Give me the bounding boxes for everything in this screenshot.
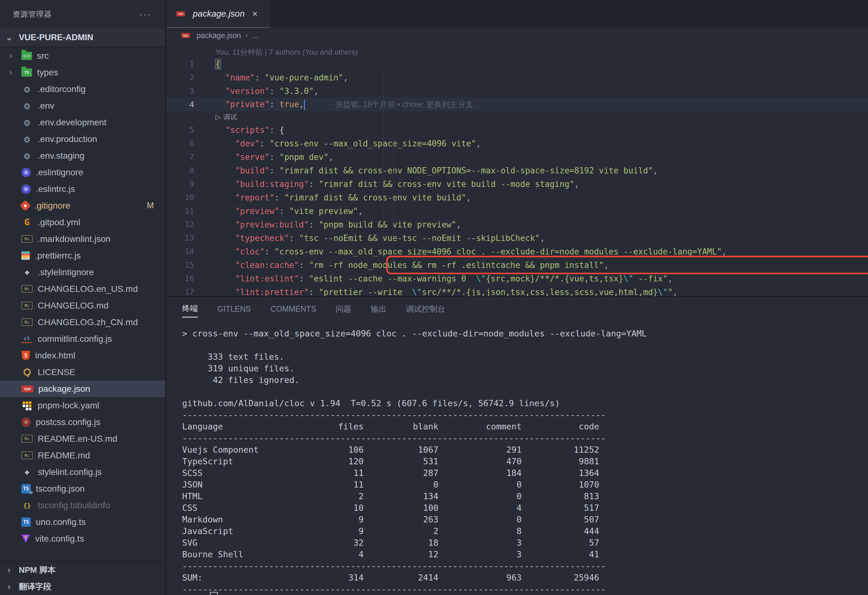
file-item-index.html[interactable]: 5index.html <box>0 347 165 364</box>
npm-icon: npm <box>21 385 33 392</box>
string-value: "rimraf dist && cross-env NODE_OPTIONS=-… <box>279 166 653 175</box>
cell: 3 <box>438 537 522 549</box>
file-item-.eslintrc.js[interactable]: .eslintrc.js <box>0 181 165 197</box>
file-item-.gitignore[interactable]: .gitignoreM <box>0 197 165 214</box>
file-item-pnpm-lock.yaml[interactable]: pnpm-lock.yaml <box>0 397 165 414</box>
json-key: "version" <box>225 86 269 96</box>
file-label: tsconfig.json <box>36 484 85 494</box>
colon: : <box>275 193 284 202</box>
line-number: 15 <box>167 260 208 269</box>
colon: : <box>265 247 275 256</box>
file-item-package.json[interactable]: npmpackage.json <box>0 380 165 397</box>
chevron-right-icon: › <box>4 565 14 574</box>
code-line-8[interactable]: 8 "build": "rimraf dist && cross-env NOD… <box>167 164 868 177</box>
code-line-5[interactable]: 5 "scripts": { <box>167 123 868 137</box>
file-item-.prettierrc.js[interactable]: .prettierrc.js <box>0 247 165 264</box>
file-item-.gitpod.yml[interactable]: G.gitpod.yml <box>0 214 165 231</box>
file-item-.markdownlint.json[interactable]: M↓.markdownlint.json <box>0 231 165 247</box>
file-item-.env[interactable]: ⚙.env <box>0 98 165 114</box>
file-item-tsconfig.json[interactable]: TStsconfig.json <box>0 480 165 497</box>
line-number: 9 <box>167 179 208 188</box>
code-line-13[interactable]: 13 "typecheck": "tsc --noEmit && vue-tsc… <box>167 231 868 245</box>
file-item-.editorconfig[interactable]: ⚙.editorconfig <box>0 81 165 98</box>
file-item-commitlint.config.js[interactable]: clcommitlint.config.js <box>0 330 165 347</box>
more-actions-icon[interactable]: ··· <box>139 9 151 19</box>
file-item-stylelint.config.js[interactable]: ❖stylelint.config.js <box>0 464 165 480</box>
line-number: 5 <box>167 125 208 135</box>
code-line-4[interactable]: 4 "private": true,张益铭, 18个月前 • chore: 更换… <box>167 98 868 111</box>
cell: 10 <box>283 502 364 514</box>
file-item-.env.production[interactable]: ⚙.env.production <box>0 131 165 147</box>
panel-tab-问题[interactable]: 问题 <box>336 299 351 317</box>
file-item-.env.development[interactable]: ⚙.env.development <box>0 114 165 131</box>
tab-package-json[interactable]: npm package.json × <box>167 0 271 28</box>
cell: 4 <box>283 549 364 560</box>
code-editor[interactable]: You, 11分钟前 | 7 authors (You and others) … <box>167 43 868 296</box>
section-翻译字段[interactable]: ›翻译字段 <box>0 578 165 595</box>
cell: 1070 <box>522 479 599 490</box>
breadcrumb[interactable]: npm package.json › ... <box>167 28 868 43</box>
cell: Markdown <box>182 514 283 525</box>
authors-codelens[interactable]: You, 11分钟前 | 7 authors (You and others) <box>167 43 868 57</box>
code-line-1[interactable]: 1{ <box>167 57 868 71</box>
file-item-CHANGELOG.zh_CN.md[interactable]: M↓CHANGELOG.zh_CN.md <box>0 314 165 330</box>
code-line-14[interactable]: 14 "cloc": "cross-env --max_old_space_si… <box>167 245 868 258</box>
line-text: "version": "3.3.0", <box>208 86 319 96</box>
panel-tab-GITLENS[interactable]: GITLENS <box>217 300 251 317</box>
string-value: "eslint --cache --max-warnings 0 <box>309 274 476 283</box>
file-label: .env.development <box>38 117 106 127</box>
string-value: "cross-env --max_old_space_size=4096 clo… <box>275 247 722 256</box>
code-line-17[interactable]: 17 "lint:prettier": "prettier --write \"… <box>167 285 868 296</box>
code-line-9[interactable]: 9 "build:staging": "rimraf dist && cross… <box>167 177 868 191</box>
cloc-table-sum: SUM:314241496325946 <box>182 572 868 583</box>
cloc-separator: ----------------------------------------… <box>182 409 868 420</box>
code-line-3[interactable]: 3 "version": "3.3.0", <box>167 84 868 98</box>
file-item-vite.config.ts[interactable]: vite.config.ts <box>0 530 165 547</box>
code-line-2[interactable]: 2 "name": "vue-pure-admin", <box>167 71 868 84</box>
escape-sequence: \" <box>658 287 668 296</box>
code-line-12[interactable]: 12 "preview:build": "pnpm build && vite … <box>167 218 868 231</box>
close-icon[interactable]: × <box>252 9 258 19</box>
file-item-CHANGELOG.md[interactable]: M↓CHANGELOG.md <box>0 297 165 314</box>
markdown-icon: M↓ <box>21 302 32 309</box>
panel-tab-终端[interactable]: 终端 <box>182 299 198 318</box>
json-key: "scripts" <box>225 125 269 135</box>
code-line-16[interactable]: 16 "lint:eslint": "eslint --cache --max-… <box>167 272 868 285</box>
file-item-README.en-US.md[interactable]: M↓README.en-US.md <box>0 431 165 447</box>
code-line-10[interactable]: 10 "report": "rimraf dist && cross-env v… <box>167 191 868 204</box>
panel-tab-调试控制台[interactable]: 调试控制台 <box>406 299 445 317</box>
cell: 106 <box>283 444 364 456</box>
code-line-11[interactable]: 11 "preview": "vite preview", <box>167 204 868 218</box>
line-text: "preview:build": "pnpm build && vite pre… <box>208 220 461 229</box>
terminal-output[interactable]: > cross-env --max_old_space_size=4096 cl… <box>167 320 868 595</box>
file-item-README.md[interactable]: M↓README.md <box>0 447 165 464</box>
debug-codelens[interactable]: ▷调试 <box>167 111 868 123</box>
line-number: 4 <box>167 100 208 109</box>
code-line-7[interactable]: 7 "serve": "pnpm dev", <box>167 150 868 164</box>
project-root-row[interactable]: ⌄ VUE-PURE-ADMIN <box>0 28 165 46</box>
file-item-LICENSE[interactable]: LICENSE <box>0 364 165 380</box>
bottom-panel: 终端GITLENSCOMMENTS问题输出调试控制台 > cross-env -… <box>167 296 868 595</box>
file-item-.env.staging[interactable]: ⚙.env.staging <box>0 147 165 164</box>
file-item-postcss.config.js[interactable]: ⚙postcss.config.js <box>0 414 165 431</box>
string-value: "rimraf dist && cross-env vite build" <box>284 193 466 202</box>
file-item-CHANGELOG.en_US.md[interactable]: M↓CHANGELOG.en_US.md <box>0 281 165 297</box>
gear-icon: ⚙ <box>21 101 32 111</box>
escape-sequence: \" <box>412 287 422 296</box>
breadcrumb-file[interactable]: package.json <box>196 31 241 40</box>
file-item-types[interactable]: ›TStypes <box>0 64 165 81</box>
file-item-tsconfig.tsbuildinfo[interactable]: {}tsconfig.tsbuildinfo <box>0 497 165 514</box>
file-item-src[interactable]: ›</>src <box>0 47 165 64</box>
section-NPM 脚本[interactable]: ›NPM 脚本 <box>0 562 165 578</box>
panel-tab-COMMENTS[interactable]: COMMENTS <box>270 300 316 317</box>
file-item-uno.config.ts[interactable]: TSuno.config.ts <box>0 514 165 530</box>
file-item-.eslintignore[interactable]: .eslintignore <box>0 164 165 181</box>
code-line-15[interactable]: 15 "clean:cache": "rm -rf node_modules &… <box>167 258 868 272</box>
code-line-6[interactable]: 6 "dev": "cross-env --max_old_space_size… <box>167 137 868 150</box>
panel-tab-输出[interactable]: 输出 <box>371 299 387 317</box>
line-text: "private": true,张益铭, 18个月前 • chore: 更换到主… <box>208 99 474 110</box>
breadcrumb-more[interactable]: ... <box>252 31 258 40</box>
file-item-.stylelintignore[interactable]: ❖.stylelintignore <box>0 264 165 281</box>
cell: Language <box>182 420 283 432</box>
file-label: tsconfig.tsbuildinfo <box>38 500 110 511</box>
